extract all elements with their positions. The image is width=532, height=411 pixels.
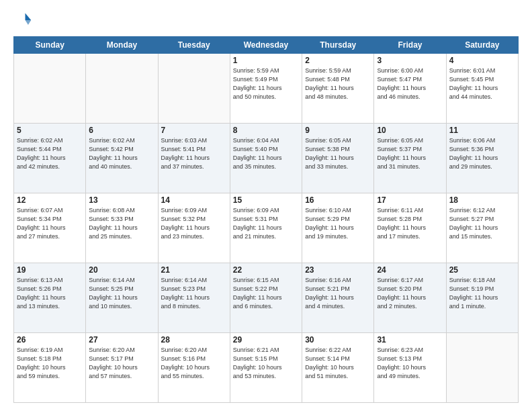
day-number: 7: [161, 126, 227, 135]
day-number: 2: [305, 56, 371, 65]
day-info: Sunrise: 6:14 AM Sunset: 5:25 PM Dayligh…: [89, 276, 154, 311]
day-info: Sunrise: 6:16 AM Sunset: 5:21 PM Dayligh…: [305, 276, 371, 311]
day-number: 23: [305, 265, 371, 275]
calendar-week-3: 12Sunrise: 6:07 AM Sunset: 5:34 PM Dayli…: [14, 193, 519, 263]
calendar-cell: 13Sunrise: 6:08 AM Sunset: 5:33 PM Dayli…: [86, 193, 158, 263]
day-info: Sunrise: 6:21 AM Sunset: 5:15 PM Dayligh…: [233, 346, 299, 381]
day-number: 24: [377, 265, 443, 275]
calendar-cell: 15Sunrise: 6:09 AM Sunset: 5:31 PM Dayli…: [230, 193, 302, 263]
calendar-cell: 26Sunrise: 6:19 AM Sunset: 5:18 PM Dayli…: [14, 333, 86, 403]
day-info: Sunrise: 6:02 AM Sunset: 5:42 PM Dayligh…: [89, 136, 154, 171]
day-number: 9: [305, 126, 371, 135]
weekday-header-thursday: Thursday: [302, 37, 374, 54]
calendar-week-2: 5Sunrise: 6:02 AM Sunset: 5:44 PM Daylig…: [14, 124, 519, 193]
day-number: 4: [449, 56, 515, 65]
day-info: Sunrise: 6:15 AM Sunset: 5:22 PM Dayligh…: [233, 276, 299, 311]
calendar-cell: [14, 54, 86, 124]
calendar-cell: [158, 54, 230, 124]
day-info: Sunrise: 6:11 AM Sunset: 5:28 PM Dayligh…: [377, 206, 443, 241]
day-number: 29: [233, 335, 299, 345]
calendar-cell: 4Sunrise: 6:01 AM Sunset: 5:45 PM Daylig…: [446, 54, 518, 124]
day-info: Sunrise: 6:03 AM Sunset: 5:41 PM Dayligh…: [161, 136, 227, 171]
day-info: Sunrise: 6:19 AM Sunset: 5:18 PM Dayligh…: [17, 346, 83, 381]
weekday-header-saturday: Saturday: [446, 37, 518, 54]
day-info: Sunrise: 6:05 AM Sunset: 5:38 PM Dayligh…: [305, 136, 371, 171]
logo: [13, 11, 35, 30]
calendar-cell: 29Sunrise: 6:21 AM Sunset: 5:15 PM Dayli…: [230, 333, 302, 403]
day-info: Sunrise: 6:06 AM Sunset: 5:36 PM Dayligh…: [449, 136, 515, 171]
day-number: 30: [305, 335, 371, 345]
weekday-header-row: SundayMondayTuesdayWednesdayThursdayFrid…: [14, 37, 519, 54]
day-number: 18: [449, 195, 515, 205]
day-info: Sunrise: 6:10 AM Sunset: 5:29 PM Dayligh…: [305, 206, 371, 241]
day-info: Sunrise: 6:20 AM Sunset: 5:16 PM Dayligh…: [161, 346, 227, 381]
calendar-cell: 9Sunrise: 6:05 AM Sunset: 5:38 PM Daylig…: [302, 124, 374, 193]
day-number: 27: [89, 335, 154, 345]
day-number: 1: [233, 56, 299, 65]
day-number: 22: [233, 265, 299, 275]
day-info: Sunrise: 6:20 AM Sunset: 5:17 PM Dayligh…: [89, 346, 154, 381]
day-number: 12: [17, 195, 83, 205]
page: SundayMondayTuesdayWednesdayThursdayFrid…: [0, 0, 532, 411]
calendar-cell: 22Sunrise: 6:15 AM Sunset: 5:22 PM Dayli…: [230, 263, 302, 333]
day-info: Sunrise: 6:14 AM Sunset: 5:23 PM Dayligh…: [161, 276, 227, 311]
day-number: 17: [377, 195, 443, 205]
header: [13, 11, 519, 30]
day-number: 5: [17, 126, 83, 135]
day-number: 19: [17, 265, 83, 275]
day-info: Sunrise: 6:09 AM Sunset: 5:32 PM Dayligh…: [161, 206, 227, 241]
day-number: 3: [377, 56, 443, 65]
svg-marker-0: [26, 13, 32, 21]
calendar-table: SundayMondayTuesdayWednesdayThursdayFrid…: [13, 36, 519, 403]
calendar-cell: 5Sunrise: 6:02 AM Sunset: 5:44 PM Daylig…: [14, 124, 86, 193]
calendar-cell: 18Sunrise: 6:12 AM Sunset: 5:27 PM Dayli…: [446, 193, 518, 263]
weekday-header-sunday: Sunday: [14, 37, 86, 54]
day-info: Sunrise: 6:09 AM Sunset: 5:31 PM Dayligh…: [233, 206, 299, 241]
calendar-cell: 24Sunrise: 6:17 AM Sunset: 5:20 PM Dayli…: [374, 263, 446, 333]
calendar-cell: 27Sunrise: 6:20 AM Sunset: 5:17 PM Dayli…: [86, 333, 158, 403]
day-info: Sunrise: 6:07 AM Sunset: 5:34 PM Dayligh…: [17, 206, 83, 241]
day-info: Sunrise: 6:00 AM Sunset: 5:47 PM Dayligh…: [377, 66, 443, 101]
day-number: 15: [233, 195, 299, 205]
day-info: Sunrise: 6:05 AM Sunset: 5:37 PM Dayligh…: [377, 136, 443, 171]
day-info: Sunrise: 6:18 AM Sunset: 5:19 PM Dayligh…: [449, 276, 515, 311]
calendar-cell: 28Sunrise: 6:20 AM Sunset: 5:16 PM Dayli…: [158, 333, 230, 403]
svg-marker-1: [26, 20, 32, 25]
day-number: 20: [89, 265, 154, 275]
day-number: 13: [89, 195, 154, 205]
day-info: Sunrise: 5:59 AM Sunset: 5:49 PM Dayligh…: [233, 66, 299, 101]
calendar-cell: 20Sunrise: 6:14 AM Sunset: 5:25 PM Dayli…: [86, 263, 158, 333]
calendar-cell: 1Sunrise: 5:59 AM Sunset: 5:49 PM Daylig…: [230, 54, 302, 124]
calendar-cell: 6Sunrise: 6:02 AM Sunset: 5:42 PM Daylig…: [86, 124, 158, 193]
calendar-cell: 16Sunrise: 6:10 AM Sunset: 5:29 PM Dayli…: [302, 193, 374, 263]
day-number: 28: [161, 335, 227, 345]
day-number: 14: [161, 195, 227, 205]
calendar-week-5: 26Sunrise: 6:19 AM Sunset: 5:18 PM Dayli…: [14, 333, 519, 403]
calendar-cell: 8Sunrise: 6:04 AM Sunset: 5:40 PM Daylig…: [230, 124, 302, 193]
day-number: 26: [17, 335, 83, 345]
calendar-cell: 10Sunrise: 6:05 AM Sunset: 5:37 PM Dayli…: [374, 124, 446, 193]
day-info: Sunrise: 6:01 AM Sunset: 5:45 PM Dayligh…: [449, 66, 515, 101]
day-info: Sunrise: 6:04 AM Sunset: 5:40 PM Dayligh…: [233, 136, 299, 171]
day-number: 25: [449, 265, 515, 275]
calendar-cell: [446, 333, 518, 403]
calendar-cell: 30Sunrise: 6:22 AM Sunset: 5:14 PM Dayli…: [302, 333, 374, 403]
calendar-cell: 23Sunrise: 6:16 AM Sunset: 5:21 PM Dayli…: [302, 263, 374, 333]
calendar-cell: 21Sunrise: 6:14 AM Sunset: 5:23 PM Dayli…: [158, 263, 230, 333]
calendar-cell: 7Sunrise: 6:03 AM Sunset: 5:41 PM Daylig…: [158, 124, 230, 193]
calendar-cell: 25Sunrise: 6:18 AM Sunset: 5:19 PM Dayli…: [446, 263, 518, 333]
calendar-cell: 3Sunrise: 6:00 AM Sunset: 5:47 PM Daylig…: [374, 54, 446, 124]
calendar-cell: 11Sunrise: 6:06 AM Sunset: 5:36 PM Dayli…: [446, 124, 518, 193]
day-number: 21: [161, 265, 227, 275]
weekday-header-monday: Monday: [86, 37, 158, 54]
weekday-header-friday: Friday: [374, 37, 446, 54]
day-info: Sunrise: 5:59 AM Sunset: 5:48 PM Dayligh…: [305, 66, 371, 101]
day-number: 31: [377, 335, 443, 345]
logo-icon: [13, 11, 32, 30]
day-info: Sunrise: 6:22 AM Sunset: 5:14 PM Dayligh…: [305, 346, 371, 381]
day-number: 10: [377, 126, 443, 135]
calendar-cell: 31Sunrise: 6:23 AM Sunset: 5:13 PM Dayli…: [374, 333, 446, 403]
day-number: 6: [89, 126, 154, 135]
calendar-week-1: 1Sunrise: 5:59 AM Sunset: 5:49 PM Daylig…: [14, 54, 519, 124]
calendar-cell: 12Sunrise: 6:07 AM Sunset: 5:34 PM Dayli…: [14, 193, 86, 263]
